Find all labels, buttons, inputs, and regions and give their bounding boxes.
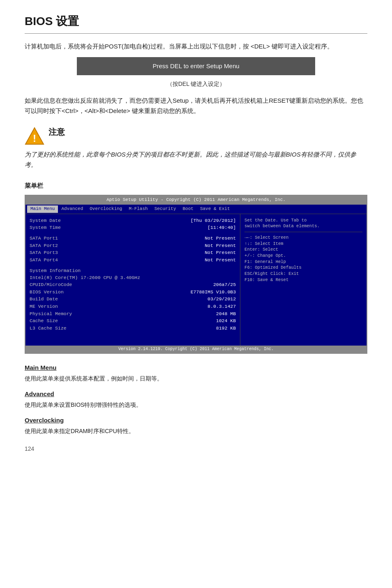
bios-menu-main[interactable]: Main Menu: [27, 205, 58, 213]
bios-key-f10: F10: Save & Reset: [244, 277, 362, 283]
bios-key-enter: Enter: Select: [244, 247, 362, 253]
bios-field-memory: Physical Memory 2048 MB: [30, 311, 236, 318]
bios-field-l3cache: L3 Cache Size 8192 KB: [30, 325, 236, 332]
bios-field-cache: Cache Size 1024 KB: [30, 318, 236, 325]
intro-paragraph-2: 如果此信息在您做出反应前就消失了，而您仍需要进入Setup，请关机后再开机活按机…: [25, 95, 367, 116]
bios-key-f6: F6: Optimized Defaults: [244, 265, 362, 271]
menu-desc-advanced-text: 使用此菜单来设置BIOS特别增强特性的选项。: [25, 401, 142, 408]
title-divider: [25, 33, 367, 34]
bios-footer: Version 2.14.1219. Copyright (C) 2011 Am…: [25, 346, 367, 353]
svg-text:!: !: [33, 133, 36, 144]
menu-section-title: 菜单栏: [25, 181, 367, 191]
del-caption: （按DEL 键进入设定）: [25, 79, 367, 88]
bios-field-sata4: SATA Port4 Not Present: [30, 257, 236, 264]
menu-desc-overclocking: Overclocking 使用此菜单来指定DRAM时序和CPU特性。: [25, 415, 367, 436]
menu-desc-main-text: 使用此菜单来提供系统基本配置，例如时间，日期等。: [25, 375, 163, 382]
page-title: BIOS 设置: [25, 12, 367, 31]
bios-screenshot: Aptio Setup Utility - Copyright (C) 2011…: [25, 195, 367, 354]
bios-field-date: System Date [Thu 03/29/2012]: [30, 217, 236, 224]
page-number: 124: [25, 444, 367, 453]
warning-block: ! 注意: [25, 125, 367, 146]
bios-system-info-header: System Information: [30, 267, 236, 274]
bios-left-panel: System Date [Thu 03/29/2012] System Time…: [25, 214, 240, 346]
bios-field-sata3: SATA Port3 Not Present: [30, 249, 236, 256]
bios-field-bios-ver: BIOS Version E7788IMS V10.0B3: [30, 289, 236, 296]
bios-help-text: Set the Date. Use Tab toswitch between D…: [244, 217, 362, 229]
menu-desc-overclocking-title: Overclocking: [25, 415, 64, 425]
intro-paragraph-1: 计算机加电后，系统将会开始POST(加电自检)过程。当屏幕上出现以下信息时，按 …: [25, 41, 367, 52]
bios-body: System Date [Thu 03/29/2012] System Time…: [25, 214, 367, 346]
bios-key-esc: ESC/Right Click: Exit: [244, 271, 362, 277]
del-banner: Press DEL to enter Setup Menu: [77, 57, 315, 75]
menu-desc-advanced: Advanced 使用此菜单来设置BIOS特别增强特性的选项。: [25, 389, 367, 410]
bios-menu-advanced[interactable]: Advanced: [58, 205, 86, 213]
bios-menu: Main Menu Advanced Overclocking M-Flash …: [25, 205, 367, 214]
menu-desc-advanced-title: Advanced: [25, 389, 54, 399]
bios-field-build-date: Build Date 03/29/2012: [30, 296, 236, 303]
bios-field-sata2: SATA Port2 Not Present: [30, 242, 236, 249]
warning-icon: !: [25, 126, 44, 146]
bios-key-item: ↑↓: Select Item: [244, 241, 362, 247]
bios-field-me-ver: ME Version 8.0.3.1427: [30, 303, 236, 310]
bios-right-panel: Set the Date. Use Tab toswitch between D…: [240, 214, 367, 346]
bios-key-f1: F1: General Help: [244, 259, 362, 265]
bios-cpu-model: Intel(R) Core(TM) i7-2600 CPU @ 3.40GHz: [30, 274, 236, 281]
bios-help-divider: [244, 232, 362, 232]
menu-desc-main: Main Menu 使用此菜单来提供系统基本配置，例如时间，日期等。: [25, 363, 367, 383]
bios-field-cpuid: CPUID/MicroCode 206a7/25: [30, 281, 236, 288]
bios-menu-boot[interactable]: Boot: [179, 205, 196, 213]
warning-text: 为了更好的系统性能，此章每个BIOS分类下的项目都在不时更新。因此，这些描述可能…: [25, 149, 367, 170]
bios-field-time: System Time [11:49:40]: [30, 224, 236, 231]
bios-titlebar: Aptio Setup Utility - Copyright (C) 2011…: [25, 196, 367, 205]
bios-menu-overclocking[interactable]: Overclocking: [86, 205, 125, 213]
bios-key-screen: →←: Select Screen: [244, 235, 362, 241]
menu-desc-main-title: Main Menu: [25, 363, 57, 373]
warning-title: 注意: [48, 125, 65, 138]
bios-menu-save-exit[interactable]: Save & Exit: [197, 205, 233, 213]
menu-desc-overclocking-text: 使用此菜单来指定DRAM时序和CPU特性。: [25, 428, 134, 434]
bios-key-change: +/-: Change Opt.: [244, 253, 362, 259]
bios-menu-security[interactable]: Security: [151, 205, 180, 213]
bios-menu-mflash[interactable]: M-Flash: [125, 205, 151, 213]
bios-field-sata1: SATA Port1 Not Present: [30, 235, 236, 242]
